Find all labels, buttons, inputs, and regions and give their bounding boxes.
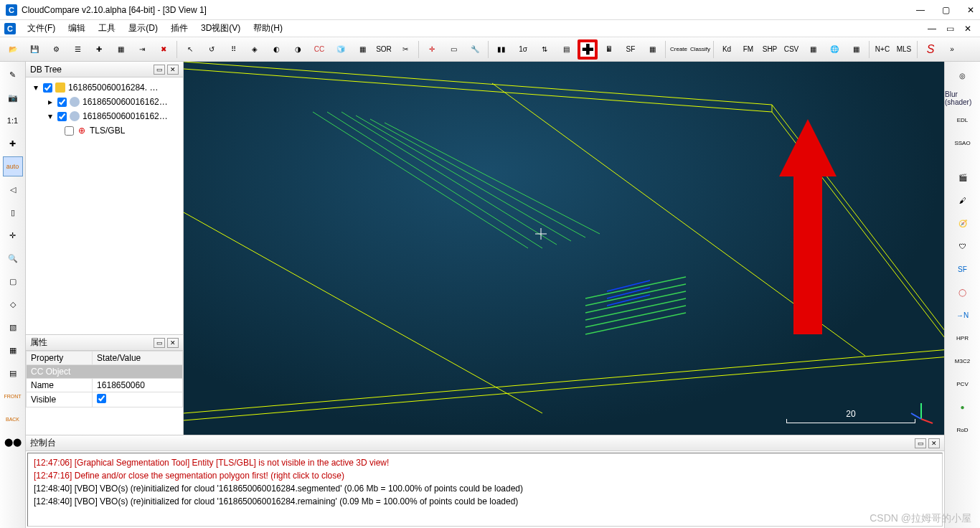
- open-button[interactable]: 📂: [3, 39, 23, 60]
- compass-button[interactable]: 🧭: [951, 214, 974, 232]
- tree-child1-checkbox[interactable]: [57, 98, 67, 107]
- mdi-close-button[interactable]: ✕: [960, 24, 976, 34]
- sor-button[interactable]: SOR: [374, 39, 394, 60]
- blur-shader-button[interactable]: ◎: [951, 66, 974, 85]
- merge-button[interactable]: ⇥: [132, 39, 152, 60]
- ltool-12[interactable]: ▦: [3, 340, 23, 360]
- calculator-button[interactable]: 🖩: [599, 39, 619, 60]
- minimize-button[interactable]: —: [916, 5, 925, 15]
- csv-button[interactable]: CSV: [781, 39, 801, 60]
- m3c2-button[interactable]: M3C2: [951, 352, 974, 370]
- ltool-5[interactable]: ◁: [3, 179, 23, 199]
- eraser-button[interactable]: ▭: [443, 39, 463, 60]
- ltool-1[interactable]: 📷: [3, 88, 23, 108]
- tree-root-checkbox[interactable]: [43, 83, 52, 93]
- props-float-button[interactable]: ▭: [154, 338, 165, 348]
- menu-file[interactable]: 文件(F): [22, 21, 61, 36]
- movie-button[interactable]: 🎬: [951, 168, 974, 187]
- tree-child1-label[interactable]: 1618650060016162…: [83, 97, 168, 107]
- menu-3dview[interactable]: 3D视图(V): [195, 21, 246, 36]
- tree-child2-label[interactable]: 1618650060016162…: [83, 111, 168, 121]
- tree-leaf-label[interactable]: TLS/GBL: [90, 126, 125, 136]
- expand-icon[interactable]: ▸: [46, 97, 55, 107]
- sphere-button[interactable]: ●: [951, 397, 974, 416]
- hpr-button[interactable]: HPR: [951, 329, 974, 347]
- rod-button[interactable]: RoD: [951, 420, 974, 439]
- ltool-back[interactable]: BACK: [3, 409, 23, 429]
- mdi-restore-button[interactable]: ▭: [942, 24, 958, 34]
- point-size-plus-button[interactable]: ✚: [578, 39, 598, 60]
- ltool-13[interactable]: ▤: [3, 363, 23, 383]
- expand-icon[interactable]: ▾: [32, 82, 40, 93]
- curve-button[interactable]: S: [920, 39, 941, 60]
- ltool-8[interactable]: 🔍: [3, 248, 23, 268]
- align-a-button[interactable]: ◐: [266, 39, 286, 60]
- ltool-stereo[interactable]: ⬤⬤: [3, 432, 23, 452]
- canupo-classify-button[interactable]: Classify: [690, 39, 710, 60]
- plus-colors-button[interactable]: ✚: [89, 39, 109, 60]
- ltool-3[interactable]: ✚: [3, 133, 23, 154]
- segment-button[interactable]: ✂: [395, 39, 415, 60]
- volume-button[interactable]: ▦: [846, 39, 866, 60]
- sf-gradient-button[interactable]: ▦: [642, 39, 662, 60]
- tree-root-label[interactable]: 1618650060016284. …: [68, 82, 158, 93]
- db-close-button[interactable]: ✕: [167, 65, 179, 75]
- cc-button[interactable]: CC: [309, 39, 329, 60]
- nc-button[interactable]: N+C: [872, 39, 892, 60]
- menu-edit[interactable]: 编辑: [62, 21, 91, 36]
- grid-button[interactable]: ▦: [803, 39, 823, 60]
- edl-button[interactable]: EDL: [951, 110, 974, 129]
- gradient-button[interactable]: ▤: [556, 39, 576, 60]
- register-button[interactable]: ▦: [352, 39, 372, 60]
- sigma-button[interactable]: 1σ: [513, 39, 533, 60]
- sf-right-button[interactable]: SF: [951, 260, 974, 278]
- console-float-button[interactable]: ▭: [915, 438, 926, 448]
- points-button[interactable]: ⠿: [223, 39, 243, 60]
- rotate-button[interactable]: ↺: [202, 39, 222, 60]
- canupo-create-button[interactable]: Create: [669, 39, 689, 60]
- mesh-button[interactable]: ◈: [245, 39, 265, 60]
- ltool-6[interactable]: ▯: [3, 202, 23, 222]
- properties-button[interactable]: ⚙: [46, 39, 66, 60]
- circle-button[interactable]: ◯: [951, 283, 974, 301]
- brush-button[interactable]: 🖌: [951, 191, 974, 209]
- marker-button[interactable]: ✛: [422, 39, 442, 60]
- db-tree[interactable]: ▾ 1618650060016284. … ▸ 1618650060016162…: [26, 77, 183, 334]
- expand-icon[interactable]: ▾: [46, 111, 55, 121]
- ssao-button[interactable]: SSAO: [951, 133, 974, 152]
- tree-child2-checkbox[interactable]: [57, 112, 67, 121]
- ltool-9[interactable]: ▢: [3, 271, 23, 291]
- sf-button[interactable]: SF: [621, 39, 641, 60]
- close-button[interactable]: ✕: [967, 5, 974, 15]
- shp-button[interactable]: SHP: [760, 39, 780, 60]
- 3d-viewport[interactable]: 20: [184, 62, 944, 435]
- list-button[interactable]: ☰: [67, 39, 88, 60]
- histogram-button[interactable]: ▮▮: [491, 39, 512, 60]
- maximize-button[interactable]: ▢: [942, 5, 950, 15]
- delete-button[interactable]: ✖: [154, 39, 174, 60]
- pcv-button[interactable]: PCV: [951, 374, 974, 393]
- shield-button[interactable]: 🛡: [951, 237, 974, 255]
- mdi-minimize-button[interactable]: —: [923, 24, 941, 34]
- console-close-button[interactable]: ✕: [928, 438, 940, 448]
- ltool-11[interactable]: ▧: [3, 317, 23, 337]
- mls-button[interactable]: MLS: [894, 39, 914, 60]
- menu-tools[interactable]: 工具: [93, 21, 121, 36]
- globe-button[interactable]: 🌐: [824, 39, 844, 60]
- db-float-button[interactable]: ▭: [154, 65, 165, 75]
- normals-button[interactable]: →N: [951, 306, 974, 324]
- toolbar-overflow-button[interactable]: »: [942, 39, 962, 60]
- ltool-0[interactable]: ✎: [3, 65, 23, 85]
- ltool-7[interactable]: ✛: [3, 225, 23, 245]
- menu-display[interactable]: 显示(D): [123, 21, 164, 36]
- rgb-button[interactable]: ▦: [110, 39, 131, 60]
- console-output[interactable]: [12:47:06] [Graphical Segmentation Tool]…: [27, 453, 943, 527]
- minmax-button[interactable]: ⇅: [534, 39, 555, 60]
- ltool-auto[interactable]: auto: [3, 156, 23, 176]
- save-button[interactable]: 💾: [24, 39, 44, 60]
- props-close-button[interactable]: ✕: [167, 338, 179, 348]
- props-visible-checkbox[interactable]: [97, 394, 106, 403]
- kd-button[interactable]: Kd: [717, 39, 737, 60]
- fm-button[interactable]: FM: [738, 39, 758, 60]
- ltool-10[interactable]: ◇: [3, 294, 23, 314]
